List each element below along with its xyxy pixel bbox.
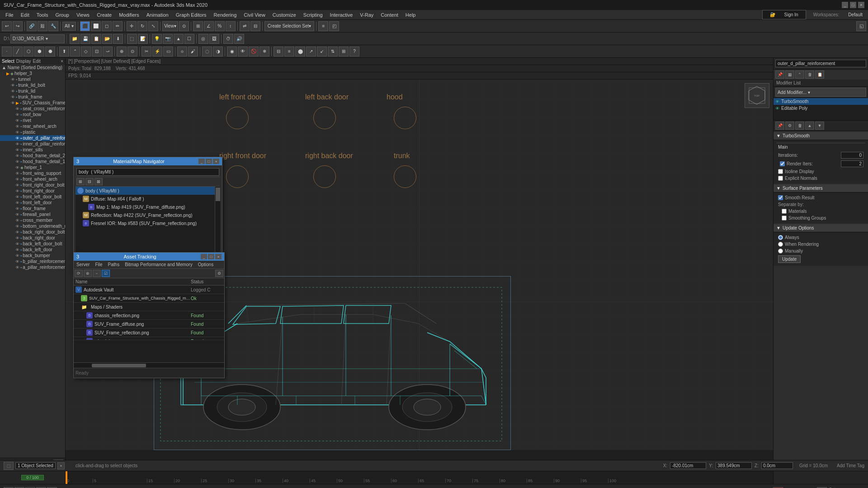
at-btn2[interactable]: ⊕ <box>84 270 92 277</box>
timeline-ruler[interactable]: 0 5 15 20 25 30 35 40 45 50 55 60 65 70 … <box>66 471 773 484</box>
always-radio[interactable] <box>778 235 783 240</box>
mod-up-btn[interactable]: ▲ <box>805 122 814 130</box>
menu-scripting[interactable]: Scripting <box>300 11 326 19</box>
select-tab[interactable]: Select <box>2 59 14 64</box>
align-btn[interactable]: ⊟ <box>250 21 260 31</box>
render-iters-input[interactable] <box>841 160 863 167</box>
layer-dropdown[interactable]: Default▾ <box>2 460 52 460</box>
list-item[interactable]: 👁 ▪ hood_frame_detail_2 <box>0 153 65 159</box>
modifier-editable-poly[interactable]: 👁 Editable Poly <box>774 105 868 112</box>
mat-grid-btn[interactable]: ⊠ <box>94 178 103 185</box>
menu-animation[interactable]: Animation <box>143 11 172 19</box>
menu-help[interactable]: Help <box>402 11 420 19</box>
at-row-wheel-bump[interactable]: B wheel_bump.png Found <box>74 337 224 340</box>
menu-modifiers[interactable]: Modifiers <box>115 11 143 19</box>
time-slider[interactable] <box>66 471 67 484</box>
list-item[interactable]: 👁 ▪ front_wing_support <box>0 170 65 176</box>
menu-customize[interactable]: Customize <box>269 11 300 19</box>
list-item[interactable]: 👁 ▪ front_right_door_bolt <box>0 182 65 188</box>
select-region-btn[interactable]: ⬜ <box>91 21 101 31</box>
target-weld-btn[interactable]: ⊙ <box>127 47 137 56</box>
import-btn[interactable]: ⬇ <box>113 34 123 44</box>
list-item[interactable]: 👁 ▪ tunnel <box>0 76 65 82</box>
sign-in-btn[interactable]: 🔐 <box>766 11 779 18</box>
cut-btn[interactable]: ✂ <box>142 47 151 56</box>
list-item[interactable]: 👁 ▪ front_wheel_arch <box>0 176 65 182</box>
list-item[interactable]: 👁 ▪ back_right_door_bolt <box>0 229 65 235</box>
grid-btn[interactable]: ⊞ <box>339 47 349 56</box>
at-row-maps[interactable]: 📁 Maps / Shaders <box>74 303 224 311</box>
close-btn[interactable]: × <box>858 2 864 8</box>
mat-nav-controls[interactable]: _ □ × <box>198 159 219 164</box>
list-item[interactable]: 👁 ▪ back_bumper <box>0 253 65 258</box>
saveas-btn[interactable]: 📋 <box>91 34 101 44</box>
menu-tools[interactable]: Tools <box>33 11 52 19</box>
at-row-reflection[interactable]: B SUV_Frame_reflection.png Found <box>74 328 224 337</box>
unhide-all-btn[interactable]: 👁 <box>238 47 248 56</box>
surface-params-header[interactable]: ▼ Surface Parameters <box>774 184 868 192</box>
frame-range-start[interactable]: 0 / 100 <box>21 475 44 480</box>
minimize-btn[interactable]: _ <box>842 2 848 8</box>
bevel-btn[interactable]: ⌃ <box>70 47 80 56</box>
materials-checkbox[interactable] <box>782 209 787 214</box>
path-dropdown[interactable]: D:\3D_MOLIER▾ <box>10 34 65 43</box>
flip-btn[interactable]: ⇅ <box>328 47 338 56</box>
vert-mode[interactable]: · <box>2 47 12 56</box>
pin-mod-btn[interactable]: 📌 <box>775 122 784 130</box>
at-menu-bitmap[interactable]: Bitmap Performance and Memory <box>124 262 193 267</box>
smooth-result-checkbox[interactable] <box>778 195 783 200</box>
create-selection-btn[interactable]: Create Selection Set▾ <box>264 21 315 31</box>
at-menu-options[interactable]: Options <box>197 262 214 267</box>
save-btn[interactable]: 💾 <box>80 34 90 44</box>
display-toggle[interactable]: ◱ <box>856 21 866 31</box>
menu-content[interactable]: Content <box>377 11 402 19</box>
ref-coord-btn[interactable]: View▾ <box>162 21 178 31</box>
z-input[interactable] <box>761 462 793 469</box>
angle-snap-btn[interactable]: ∠ <box>204 21 214 31</box>
cam-btn[interactable]: 📷 <box>163 34 173 44</box>
asset-track-close[interactable]: × <box>215 254 222 259</box>
freeze-btn[interactable]: ❄ <box>259 47 269 56</box>
list-item[interactable]: 👁 ▪ bottom_underneath_rear_ <box>0 223 65 229</box>
name-sel-btn[interactable]: 📝 <box>138 34 148 44</box>
redo-btn[interactable]: ↪ <box>13 21 23 31</box>
menu-create[interactable]: Create <box>93 11 115 19</box>
mirror-btn[interactable]: ⇌ <box>240 21 250 31</box>
spinner-snap-btn[interactable]: ↕ <box>226 21 236 31</box>
update-button[interactable]: Update <box>778 255 801 263</box>
make-planar-btn[interactable]: ≡ <box>284 47 294 56</box>
mat-nav-title-bar[interactable]: 3 Material/Map Navigator _ □ × <box>74 157 222 165</box>
mat-collapse-btn[interactable]: ⊟ <box>85 178 94 185</box>
edge-mode[interactable]: ╱ <box>13 47 23 56</box>
render-btn[interactable]: 🖼 <box>209 34 219 44</box>
undo-btn[interactable]: ↩ <box>2 21 12 31</box>
isoline-checkbox[interactable] <box>778 169 783 174</box>
open-btn[interactable]: 📂 <box>102 34 112 44</box>
attach-btn[interactable]: ↙ <box>317 47 327 56</box>
asset-hscrollbar[interactable] <box>74 362 224 368</box>
bridge-btn[interactable]: ⤻ <box>103 47 113 56</box>
menu-civil-view[interactable]: Civil View <box>240 11 269 19</box>
at-row-chassis-refl[interactable]: B chassis_reflection.png Found <box>74 311 224 320</box>
smoothing-groups-checkbox[interactable] <box>782 216 787 221</box>
list-item[interactable]: 👁 ▪ front_left_door <box>0 200 65 206</box>
asset-track-maximize[interactable]: □ <box>208 254 214 259</box>
xray-btn[interactable]: ◌ <box>202 47 212 56</box>
list-item[interactable]: 👁 ▪ front_left_door_bolt <box>0 194 65 200</box>
deform-icon[interactable]: ⌃ <box>795 70 804 79</box>
at-btn4[interactable]: ☑ <box>102 270 110 277</box>
at-menu-server[interactable]: Server <box>75 262 90 267</box>
at-menu-paths[interactable]: Paths <box>107 262 121 267</box>
backface-btn[interactable]: ◑ <box>213 47 223 56</box>
list-item[interactable]: 👁 ▪ back_left_door <box>0 247 65 253</box>
render-iters-checkbox[interactable] <box>780 161 785 166</box>
list-item[interactable]: 👁 ▪ hood_frame_detail_1 <box>0 159 65 164</box>
sound-btn[interactable]: 🔊 <box>234 34 244 44</box>
detach-btn[interactable]: ↗ <box>306 47 316 56</box>
folder-btn[interactable]: 📁 <box>70 34 80 44</box>
at-btn5[interactable]: ⚙ <box>215 270 223 277</box>
list-item[interactable]: 👁 ▪ front_right_door <box>0 188 65 194</box>
modifier-turbosmooth[interactable]: 👁 TurboSmooth <box>774 98 868 105</box>
slice-plane-btn[interactable]: ▭ <box>163 47 173 56</box>
mat-nav-close[interactable]: × <box>213 159 219 164</box>
